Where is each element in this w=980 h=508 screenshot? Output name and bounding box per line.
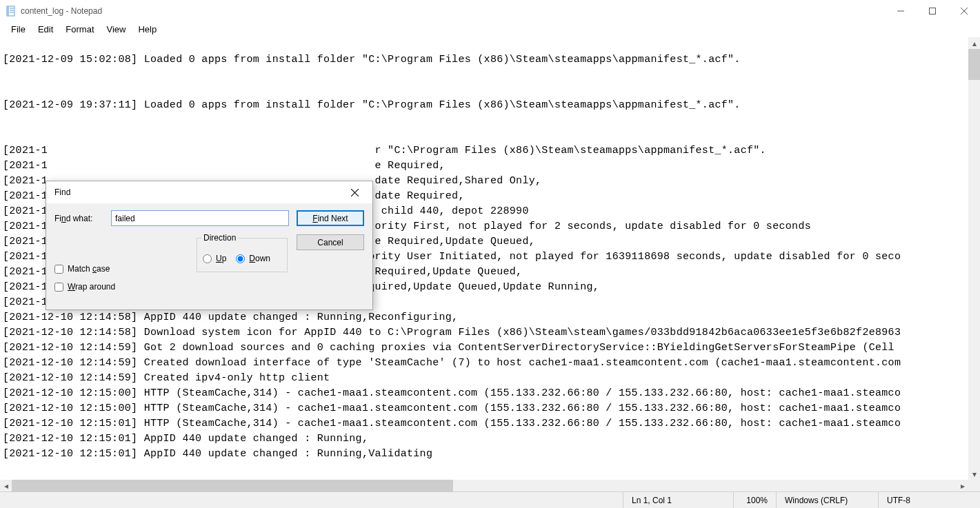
direction-down-input[interactable] [236,254,245,263]
scrollbar-corner [968,480,980,491]
find-next-button[interactable]: Find Next [297,210,364,226]
direction-down-label: Down [249,254,270,263]
minimize-button[interactable] [885,0,917,22]
notepad-window: content_log - Notepad File Edit Format V… [0,0,980,508]
status-position: Ln 1, Col 1 [623,492,733,508]
direction-label: Direction [201,233,238,243]
direction-up-label: Up [216,254,226,263]
find-what-input[interactable] [111,210,289,226]
wrap-around-label: Wrap around [68,282,115,292]
window-title: content_log - Notepad [21,6,102,16]
scroll-right-arrow-icon[interactable]: ▸ [957,480,968,491]
status-zoom: 100% [733,492,776,508]
wrap-around-input[interactable] [54,283,63,292]
status-line-ending: Windows (CRLF) [776,492,878,508]
status-encoding: UTF-8 [878,492,980,508]
direction-up-radio[interactable]: Up [203,254,226,263]
find-what-label: Find what: [54,214,104,223]
svg-rect-1 [7,6,9,16]
menu-format[interactable]: Format [60,23,99,36]
find-dialog-title: Find [54,187,341,197]
vertical-scrollbar[interactable]: ▴ ▾ [968,37,980,480]
find-dialog-titlebar[interactable]: Find [46,181,372,203]
menu-help[interactable]: Help [132,23,162,36]
find-dialog-body: Find what: Find Next Cancel Direction Up [46,203,372,309]
status-spacer [0,492,623,508]
direction-group: Direction Up Down [197,238,288,272]
menu-view[interactable]: View [101,23,132,36]
find-dialog[interactable]: Find Find what: Find Next Cancel Directi… [46,181,373,310]
direction-down-radio[interactable]: Down [236,254,270,263]
editor-area: [2021-12-09 15:02:08] Loaded 0 apps from… [0,37,980,491]
wrap-around-checkbox[interactable]: Wrap around [54,282,115,292]
match-case-checkbox[interactable]: Match case [54,264,115,274]
scroll-up-arrow-icon[interactable]: ▴ [968,37,980,49]
scroll-left-arrow-icon[interactable]: ◂ [0,480,12,491]
match-case-label: Match case [68,264,110,274]
menu-file[interactable]: File [6,23,31,36]
menubar: File Edit Format View Help [0,22,980,37]
match-case-input[interactable] [54,265,63,274]
statusbar: Ln 1, Col 1 100% Windows (CRLF) UTF-8 [0,491,980,508]
direction-up-input[interactable] [203,254,212,263]
cancel-button[interactable]: Cancel [297,234,364,250]
titlebar[interactable]: content_log - Notepad [0,0,980,22]
scroll-down-arrow-icon[interactable]: ▾ [968,468,980,480]
horizontal-scroll-thumb[interactable] [12,480,453,491]
find-close-button[interactable] [341,183,368,202]
notepad-icon [6,6,17,17]
vertical-scroll-thumb[interactable] [968,49,980,80]
horizontal-scrollbar[interactable]: ◂ ▸ [0,480,968,491]
menu-edit[interactable]: Edit [32,23,59,36]
svg-rect-6 [930,8,936,14]
close-button[interactable] [948,0,980,22]
maximize-button[interactable] [917,0,948,22]
